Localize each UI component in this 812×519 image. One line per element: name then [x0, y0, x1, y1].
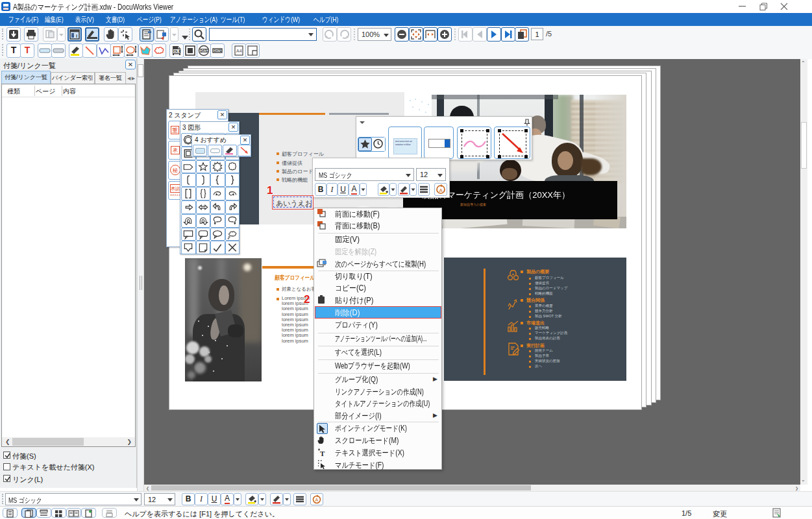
svg-text:i: i [76, 33, 77, 39]
svg-text:A: A [315, 498, 319, 502]
svg-text:A4: A4 [236, 49, 242, 53]
svg-text:OLE: OLE [174, 49, 182, 53]
svg-text:DATE: DATE [214, 49, 222, 53]
